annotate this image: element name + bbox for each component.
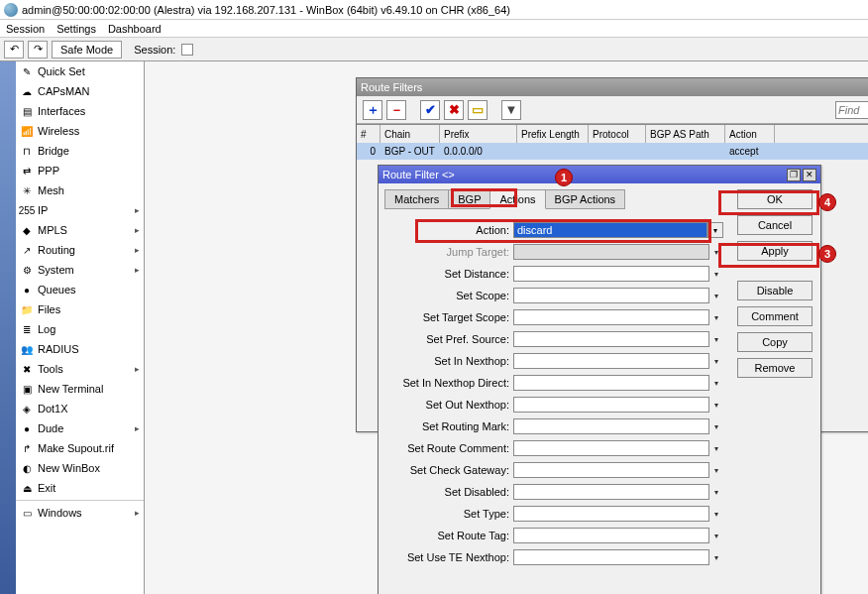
sidebar-item-dude[interactable]: ●Dude▸ xyxy=(16,418,144,438)
expand-icon[interactable]: ▾ xyxy=(709,462,723,478)
expand-icon[interactable]: ▾ xyxy=(709,549,723,565)
sidebar-item-system[interactable]: ⚙System▸ xyxy=(16,260,144,280)
field-input[interactable] xyxy=(513,549,709,565)
expand-icon[interactable]: ▾ xyxy=(709,353,723,369)
sidebar-item-make-supout-rif[interactable]: ↱Make Supout.rif xyxy=(16,438,144,458)
tab-bgp[interactable]: BGP xyxy=(448,189,490,209)
sidebar-item-files[interactable]: 📁Files xyxy=(16,299,144,319)
expand-icon[interactable]: ▾ xyxy=(709,440,723,456)
safe-mode-button[interactable]: Safe Mode xyxy=(52,41,122,59)
session-box[interactable] xyxy=(181,44,193,56)
menu-session[interactable]: Session xyxy=(6,23,45,35)
field-label: Set Use TE Nexthop: xyxy=(384,551,509,563)
remove-button-dlg[interactable]: Remove xyxy=(737,358,813,378)
sidebar-item-routing[interactable]: ↗Routing▸ xyxy=(16,240,144,260)
field-input[interactable] xyxy=(513,397,709,413)
expand-icon[interactable]: ▾ xyxy=(709,418,723,434)
expand-icon[interactable]: ▾ xyxy=(709,506,723,522)
field-input[interactable] xyxy=(513,440,709,456)
sidebar-item-windows[interactable]: ▭Windows▸ xyxy=(16,503,144,523)
sidebar-item-log[interactable]: ≣Log xyxy=(16,319,144,339)
field-input[interactable] xyxy=(513,353,709,369)
expand-icon[interactable]: ▾ xyxy=(709,288,723,303)
dialog-title-bar[interactable]: Route Filter <> ❐ ✕ xyxy=(379,166,820,183)
form-row-set-in-nexthop: Set In Nexthop:▾ xyxy=(384,350,723,372)
add-button[interactable]: ＋ xyxy=(363,100,382,120)
sidebar-separator xyxy=(16,500,144,501)
find-input[interactable] xyxy=(835,101,868,119)
field-input[interactable] xyxy=(513,244,709,260)
route-filters-title-bar[interactable]: Route Filters ❐ ✕ xyxy=(357,78,868,96)
sidebar-item-label: IP xyxy=(38,204,48,216)
sidebar-item-dot1x[interactable]: ◈Dot1X xyxy=(16,399,144,418)
sidebar-item-interfaces[interactable]: ▤Interfaces xyxy=(16,101,144,121)
field-input[interactable] xyxy=(513,309,709,325)
expand-icon[interactable]: ▾ xyxy=(709,244,723,260)
sidebar-item-ip[interactable]: 255IP▸ xyxy=(16,200,144,220)
col-bgp-as-path[interactable]: BGP AS Path xyxy=(646,125,725,143)
expand-icon[interactable]: ▾ xyxy=(709,397,723,413)
cancel-button[interactable]: Cancel xyxy=(737,215,813,235)
field-input[interactable] xyxy=(513,331,709,347)
remove-button[interactable]: － xyxy=(386,100,406,120)
sidebar-item-quick-set[interactable]: ✎Quick Set xyxy=(16,61,144,81)
col-chain[interactable]: Chain xyxy=(380,125,440,143)
expand-icon[interactable]: ▾ xyxy=(709,309,723,325)
form-row-set-in-nexthop-direct: Set In Nexthop Direct:▾ xyxy=(384,372,723,394)
form-row-set-type: Set Type:▾ xyxy=(384,503,723,525)
tab-matchers[interactable]: Matchers xyxy=(384,189,449,209)
sidebar-item-ppp[interactable]: ⇄PPP xyxy=(16,161,144,180)
enable-button[interactable]: ✔ xyxy=(420,100,440,120)
sidebar-item-exit[interactable]: ⏏Exit xyxy=(16,478,144,498)
action-select[interactable]: discard xyxy=(513,222,707,238)
col-num[interactable]: # xyxy=(357,125,380,143)
field-input[interactable] xyxy=(513,288,709,303)
col-action[interactable]: Action xyxy=(725,125,775,143)
col-prefix[interactable]: Prefix xyxy=(440,125,517,143)
disable-button[interactable]: Disable xyxy=(737,281,813,300)
expand-icon[interactable]: ▾ xyxy=(709,484,723,500)
close-icon[interactable]: ✕ xyxy=(803,169,816,181)
undo-button[interactable]: ↶ xyxy=(4,41,24,59)
filter-button[interactable]: ▼ xyxy=(501,100,521,120)
col-extra[interactable]: ▾ xyxy=(775,125,868,143)
restore-icon[interactable]: ❐ xyxy=(787,169,801,181)
apply-button[interactable]: Apply xyxy=(737,241,813,261)
form-row-set-disabled: Set Disabled:▾ xyxy=(384,481,723,503)
sidebar-item-bridge[interactable]: ⊓Bridge xyxy=(16,141,144,161)
action-dropdown-icon[interactable]: ▾ xyxy=(707,222,723,238)
ok-button[interactable]: OK xyxy=(737,189,813,209)
field-input[interactable] xyxy=(513,375,709,391)
field-input[interactable] xyxy=(513,528,709,543)
comment-button-dlg[interactable]: Comment xyxy=(737,306,813,326)
expand-icon[interactable]: ▾ xyxy=(709,375,723,391)
menu-dashboard[interactable]: Dashboard xyxy=(108,23,162,35)
col-protocol[interactable]: Protocol xyxy=(589,125,646,143)
menu-settings[interactable]: Settings xyxy=(56,23,96,35)
sidebar-item-capsman[interactable]: ☁CAPsMAN xyxy=(16,81,144,101)
sidebar-item-mpls[interactable]: ◆MPLS▸ xyxy=(16,220,144,240)
sidebar-item-new-winbox[interactable]: ◐New WinBox xyxy=(16,458,144,478)
sidebar-item-tools[interactable]: ✖Tools▸ xyxy=(16,359,144,379)
tab-bgp-actions[interactable]: BGP Actions xyxy=(545,189,626,209)
copy-button[interactable]: Copy xyxy=(737,332,813,352)
sidebar-item-queues[interactable]: ●Queues xyxy=(16,280,144,299)
tab-actions[interactable]: Actions xyxy=(489,189,545,209)
field-input[interactable] xyxy=(513,506,709,522)
sidebar-item-radius[interactable]: 👥RADIUS xyxy=(16,339,144,359)
redo-button[interactable]: ↷ xyxy=(28,41,48,59)
field-input[interactable] xyxy=(513,462,709,478)
comment-button[interactable]: ▭ xyxy=(468,100,488,120)
field-input[interactable] xyxy=(513,266,709,282)
expand-icon[interactable]: ▾ xyxy=(709,266,723,282)
col-prefix-length[interactable]: Prefix Length xyxy=(517,125,589,143)
field-input[interactable] xyxy=(513,484,709,500)
field-input[interactable] xyxy=(513,418,709,434)
table-row[interactable]: 0 BGP - OUT 0.0.0.0/0 accept xyxy=(357,143,868,160)
expand-icon[interactable]: ▾ xyxy=(709,528,723,543)
sidebar-item-wireless[interactable]: 📶Wireless xyxy=(16,121,144,141)
expand-icon[interactable]: ▾ xyxy=(709,331,723,347)
disable-button[interactable]: ✖ xyxy=(444,100,464,120)
sidebar-item-new-terminal[interactable]: ▣New Terminal xyxy=(16,379,144,399)
sidebar-item-mesh[interactable]: ✳Mesh xyxy=(16,180,144,200)
